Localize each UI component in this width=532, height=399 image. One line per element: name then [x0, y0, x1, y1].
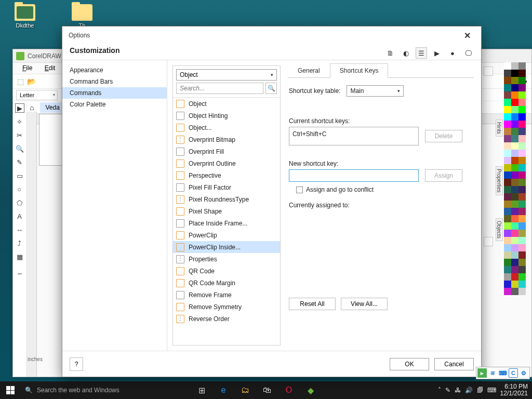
color-swatch[interactable]: [504, 215, 511, 222]
color-swatch[interactable]: [504, 113, 511, 121]
color-swatch[interactable]: [511, 259, 518, 266]
command-item[interactable]: Pixel RoundnessType: [173, 193, 280, 205]
color-swatch[interactable]: [511, 62, 518, 70]
command-item[interactable]: Object: [173, 98, 280, 110]
color-swatch[interactable]: [518, 251, 526, 259]
color-swatch[interactable]: [511, 266, 518, 273]
pick-tool-icon[interactable]: ▶: [15, 103, 24, 113]
display-icon[interactable]: 🖵: [462, 47, 474, 59]
color-swatch[interactable]: [511, 113, 518, 121]
color-swatch[interactable]: [518, 99, 526, 106]
pointer-icon[interactable]: ▶: [431, 47, 443, 59]
customization-scope-icon[interactable]: ☰: [416, 47, 427, 59]
command-item[interactable]: Pixel Shape: [173, 205, 280, 217]
color-swatch[interactable]: [504, 251, 511, 259]
lang-c-badge[interactable]: C: [509, 368, 518, 378]
color-swatch[interactable]: [518, 150, 526, 157]
color-swatch[interactable]: [518, 70, 526, 77]
ime-settings-icon[interactable]: ⚙: [519, 368, 528, 378]
store-icon[interactable]: 🛍: [257, 381, 277, 399]
color-swatch[interactable]: [518, 186, 526, 193]
command-list[interactable]: ObjectObject HintingObject...Overprint B…: [173, 97, 280, 345]
command-item[interactable]: Pixel Fill Factor: [173, 181, 280, 193]
new-shortcut-input[interactable]: [289, 169, 419, 182]
color-swatch[interactable]: [504, 244, 511, 251]
color-swatch[interactable]: [504, 99, 511, 106]
color-swatch[interactable]: [518, 121, 526, 128]
global-scope-icon[interactable]: ◐: [400, 47, 411, 59]
command-item[interactable]: PowerClip Inside...: [173, 241, 280, 253]
color-swatch[interactable]: [511, 142, 518, 150]
connector-tool-icon[interactable]: ⤴: [15, 238, 24, 248]
color-swatch[interactable]: [504, 142, 511, 150]
shape-tool-icon[interactable]: ✧: [15, 117, 24, 126]
home-icon[interactable]: ⌂: [30, 103, 34, 112]
nav-item-appearance[interactable]: Appearance: [62, 64, 167, 76]
color-swatch[interactable]: [504, 62, 511, 70]
color-swatch[interactable]: [511, 186, 518, 193]
rectangle-tool-icon[interactable]: ▭: [15, 171, 24, 180]
color-swatch[interactable]: [518, 193, 526, 201]
command-item[interactable]: Overprint Outline: [173, 157, 280, 169]
dialog-close-button[interactable]: ✕: [460, 29, 475, 43]
menu-file[interactable]: FFileile: [17, 63, 37, 73]
volume-icon[interactable]: 🔊: [465, 387, 473, 394]
color-swatch[interactable]: [518, 266, 526, 273]
crop-tool-icon[interactable]: ✂: [15, 130, 24, 140]
color-swatch[interactable]: [511, 135, 518, 142]
color-swatch[interactable]: [504, 259, 511, 266]
edge-icon[interactable]: e: [213, 381, 234, 399]
color-swatch[interactable]: [504, 273, 511, 281]
color-swatch[interactable]: [504, 157, 511, 164]
color-swatch[interactable]: [518, 84, 526, 91]
color-swatch[interactable]: [511, 288, 518, 295]
color-swatch[interactable]: [518, 62, 526, 70]
taskbar-search[interactable]: 🔍 Search the web and Windows: [21, 381, 187, 399]
opera-icon[interactable]: O: [278, 381, 299, 399]
color-swatch[interactable]: [511, 273, 518, 281]
keyboard-tray-icon[interactable]: ⌨: [487, 387, 496, 394]
assign-button[interactable]: Assign: [425, 169, 462, 182]
color-swatch[interactable]: [511, 230, 518, 237]
color-swatch[interactable]: [518, 208, 526, 215]
color-swatch[interactable]: [504, 281, 511, 288]
color-swatch[interactable]: [518, 157, 526, 164]
color-swatch[interactable]: [518, 113, 526, 121]
taskbar-clock[interactable]: 6:10 PM 12/1/2021: [500, 383, 528, 397]
color-swatch[interactable]: [518, 142, 526, 150]
color-swatch[interactable]: [504, 164, 511, 171]
document-scope-icon[interactable]: 🗎: [384, 47, 396, 59]
file-explorer-icon[interactable]: 🗂: [235, 381, 256, 399]
help-button[interactable]: ?: [70, 357, 83, 371]
color-swatch[interactable]: [518, 237, 526, 244]
color-swatch[interactable]: [504, 266, 511, 273]
doc-tab[interactable]: Veda: [40, 102, 64, 113]
dimension-tool-icon[interactable]: ↔: [15, 225, 24, 234]
color-swatch[interactable]: [518, 259, 526, 266]
color-swatch[interactable]: [504, 91, 511, 99]
color-swatch[interactable]: [518, 77, 526, 84]
tab-general[interactable]: General: [288, 63, 330, 77]
page-size-dropdown[interactable]: Letter: [16, 90, 58, 100]
color-swatch[interactable]: [511, 77, 518, 84]
ime-icon[interactable]: ▸: [477, 368, 487, 378]
nav-item-commands[interactable]: Commands: [62, 87, 167, 99]
search-icon[interactable]: 🔍: [265, 83, 277, 94]
command-item[interactable]: Overprint Bitmap: [173, 134, 280, 145]
command-item[interactable]: QR Code Margin: [173, 277, 280, 289]
color-swatch[interactable]: [504, 135, 511, 142]
command-item[interactable]: Reverse Order: [173, 313, 280, 325]
color-swatch[interactable]: [518, 91, 526, 99]
color-swatch[interactable]: [511, 215, 518, 222]
nav-item-command-bars[interactable]: Command Bars: [62, 76, 167, 87]
cancel-button[interactable]: Cancel: [434, 358, 474, 370]
color-swatch[interactable]: [511, 106, 518, 113]
color-swatch[interactable]: [504, 150, 511, 157]
conflict-checkbox[interactable]: [296, 187, 303, 193]
color-swatch[interactable]: [518, 179, 526, 186]
nav-item-color-palette[interactable]: Color Palette: [62, 99, 167, 110]
pen-icon[interactable]: ✎: [445, 387, 450, 394]
panel-toggle-icon[interactable]: [484, 237, 493, 246]
color-swatch[interactable]: [511, 150, 518, 157]
color-swatch[interactable]: [504, 171, 511, 179]
